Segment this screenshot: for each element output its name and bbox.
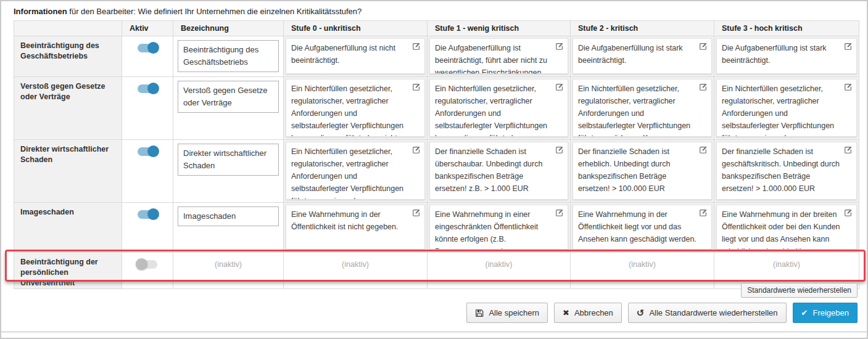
stufe3-description: Eine Wahrnehmung in der breiten Öffentli… bbox=[716, 205, 857, 250]
edit-icon[interactable] bbox=[555, 145, 564, 154]
description-text: Der finanzielle Schaden ist geschäftskri… bbox=[722, 147, 840, 193]
stufe0-description: Ein Nichterfüllen gesetzlicher, regulato… bbox=[286, 79, 425, 137]
release-label: Freigeben bbox=[812, 308, 849, 317]
description-text: Eine Wahrnehmung in der breiten Öffentli… bbox=[722, 210, 840, 250]
header-bezeichnung: Bezeichnung bbox=[173, 21, 284, 36]
stufe1-description: Ein Nichterfüllen gesetzlicher, regulato… bbox=[429, 79, 568, 137]
toggle-knob bbox=[136, 258, 147, 270]
stufe3-description: Die Aufgabenerfüllung ist stark beeinträ… bbox=[716, 38, 857, 74]
edit-icon[interactable] bbox=[844, 145, 853, 154]
stufe2-description: Eine Wahrnehmung in der Öffentlichkeit l… bbox=[572, 205, 712, 250]
edit-icon[interactable] bbox=[844, 208, 853, 217]
table-row: Verstoß gegen Gesetze oder Verträge Vers… bbox=[14, 77, 859, 140]
description-text: Ein Nichterfüllen gesetzlicher, regulato… bbox=[291, 147, 403, 200]
edit-icon[interactable] bbox=[555, 208, 564, 217]
stufe0-description: Eine Wahrnehmung in der Öffentlichkeit i… bbox=[286, 205, 425, 250]
stufe1-description: Die Aufgabenerfüllung ist beeinträchtigt… bbox=[429, 38, 568, 74]
toggle-knob bbox=[147, 83, 159, 94]
stufe0-description: Ein Nichterfüllen gesetzlicher, regulato… bbox=[286, 142, 425, 200]
inactive-placeholder: (inaktiv) bbox=[428, 253, 571, 289]
criticality-table: Aktiv Bezeichnung Stufe 0 - unkritisch S… bbox=[14, 20, 859, 289]
floppy-disk-icon bbox=[475, 309, 484, 317]
stufe2-description: Ein Nichterfüllen gesetzlicher, regulato… bbox=[572, 79, 712, 137]
description-text: Ein Nichterfüllen gesetzlicher, regulato… bbox=[435, 84, 547, 137]
bezeichnung-input[interactable]: Verstoß gegen Gesetze oder Verträge bbox=[178, 81, 279, 113]
edit-icon[interactable] bbox=[699, 208, 708, 217]
description-text: Eine Wahrnehmung in der Öffentlichkeit i… bbox=[291, 210, 399, 231]
bezeichnung-input[interactable]: Direkter wirtschaftlicher Schaden bbox=[178, 144, 279, 176]
footer-divider bbox=[1, 332, 867, 332]
info-label-rest: für den Bearbeiter: Wie definiert Ihr Un… bbox=[67, 7, 362, 16]
check-icon: ✔ bbox=[801, 309, 808, 317]
edit-icon[interactable] bbox=[555, 42, 564, 51]
edit-icon[interactable] bbox=[412, 145, 421, 154]
toggle-knob bbox=[147, 208, 159, 220]
header-aktiv: Aktiv bbox=[122, 21, 173, 36]
table-row: Direkter wirtschaftlicher Schaden Direkt… bbox=[14, 140, 859, 203]
editor-info-text: Informationen für den Bearbeiter: Wie de… bbox=[14, 7, 362, 16]
header-empty bbox=[14, 21, 122, 36]
edit-icon[interactable] bbox=[699, 42, 708, 51]
header-stufe1: Stufe 1 - wenig kritisch bbox=[428, 21, 571, 36]
save-all-button[interactable]: Alle speichern bbox=[466, 303, 548, 323]
undo-arrow-icon: ↺ bbox=[637, 309, 645, 317]
row-label: Verstoß gegen Gesetze oder Verträge bbox=[14, 77, 122, 140]
active-toggle[interactable] bbox=[138, 44, 157, 52]
edit-icon[interactable] bbox=[699, 83, 708, 91]
release-button[interactable]: ✔ Freigeben bbox=[793, 303, 858, 323]
active-toggle[interactable] bbox=[138, 147, 157, 156]
toggle-knob bbox=[147, 42, 159, 54]
restore-defaults-button[interactable]: Standardwerte wiederherstellen bbox=[741, 283, 858, 298]
edit-icon[interactable] bbox=[844, 42, 853, 51]
description-text: Eine Wahrnehmung in der Öffentlichkeit l… bbox=[578, 210, 696, 243]
description-text: Ein Nichterfüllen gesetzlicher, regulato… bbox=[291, 84, 407, 137]
active-toggle[interactable] bbox=[138, 84, 157, 93]
header-stufe3: Stufe 3 - hoch kritisch bbox=[714, 21, 859, 36]
active-toggle[interactable] bbox=[138, 210, 157, 219]
restore-all-defaults-button[interactable]: ↺ Alle Standardwerte wiederherstellen bbox=[628, 303, 787, 323]
action-button-bar: Alle speichern ✖ Abbrechen ↺ Alle Standa… bbox=[466, 303, 858, 323]
restore-all-defaults-label: Alle Standardwerte wiederherstellen bbox=[649, 308, 777, 317]
bezeichnung-input[interactable]: Beeinträchtigung des Geschäftsbetriebs bbox=[178, 40, 279, 72]
info-label-bold: Informationen bbox=[14, 7, 67, 16]
header-stufe2: Stufe 2 - kritisch bbox=[571, 21, 714, 36]
description-text: Ein Nichterfüllen gesetzlicher, regulato… bbox=[578, 84, 696, 137]
stufe3-description: Der finanzielle Schaden ist geschäftskri… bbox=[716, 142, 857, 200]
active-toggle[interactable] bbox=[138, 260, 157, 269]
edit-icon[interactable] bbox=[412, 208, 421, 217]
save-all-label: Alle speichern bbox=[489, 308, 539, 317]
edit-icon[interactable] bbox=[699, 145, 708, 154]
x-icon: ✖ bbox=[563, 309, 569, 317]
cancel-button[interactable]: ✖ Abbrechen bbox=[554, 303, 622, 323]
description-text: Der finanzielle Schaden ist erheblich. U… bbox=[578, 147, 670, 193]
row-label: Beeinträchtigung des Geschäftsbetriebs bbox=[14, 36, 122, 77]
edit-icon[interactable] bbox=[555, 83, 564, 91]
stufe3-description: Ein Nichterfüllen gesetzlicher, regulato… bbox=[716, 79, 857, 137]
toggle-knob bbox=[147, 145, 159, 157]
stufe1-description: Eine Wahrnehmung in einer eingeschränkte… bbox=[429, 205, 568, 250]
header-stufe0: Stufe 0 - unkritisch bbox=[284, 21, 428, 36]
table-row-inactive: Beeinträchtigung der persönlichen Unvers… bbox=[14, 253, 859, 289]
row-label: Beeinträchtigung der persönlichen Unvers… bbox=[14, 253, 122, 289]
inactive-placeholder: (inaktiv) bbox=[284, 253, 428, 289]
row-label: Imageschaden bbox=[14, 203, 122, 253]
cancel-label: Abbrechen bbox=[574, 308, 613, 317]
edit-icon[interactable] bbox=[412, 83, 421, 91]
criticality-settings-panel: Informationen für den Bearbeiter: Wie de… bbox=[0, 0, 868, 339]
table-row: Imageschaden Imageschaden Eine Wahrnehmu… bbox=[14, 203, 859, 253]
bezeichnung-input[interactable]: Imageschaden bbox=[178, 206, 279, 226]
stufe1-description: Der finanzielle Schaden ist überschaubar… bbox=[429, 142, 568, 200]
edit-icon[interactable] bbox=[844, 83, 853, 91]
table-row: Beeinträchtigung des Geschäftsbetriebs B… bbox=[14, 36, 859, 77]
table-header-row: Aktiv Bezeichnung Stufe 0 - unkritisch S… bbox=[14, 21, 859, 36]
row-label: Direkter wirtschaftlicher Schaden bbox=[14, 140, 122, 203]
description-text: Die Aufgabenerfüllung ist stark beeinträ… bbox=[578, 44, 683, 65]
description-text: Der finanzielle Schaden ist überschaubar… bbox=[435, 147, 542, 193]
description-text: Die Aufgabenerfüllung ist stark beeinträ… bbox=[722, 44, 827, 65]
inactive-placeholder: (inaktiv) bbox=[173, 253, 284, 289]
stufe2-description: Der finanzielle Schaden ist erheblich. U… bbox=[572, 142, 712, 200]
edit-icon[interactable] bbox=[412, 42, 421, 51]
stufe2-description: Die Aufgabenerfüllung ist stark beeinträ… bbox=[572, 38, 712, 74]
description-text: Die Aufgabenerfüllung ist beeinträchtigt… bbox=[435, 44, 547, 74]
description-text: Eine Wahrnehmung in einer eingeschränkte… bbox=[435, 210, 540, 250]
